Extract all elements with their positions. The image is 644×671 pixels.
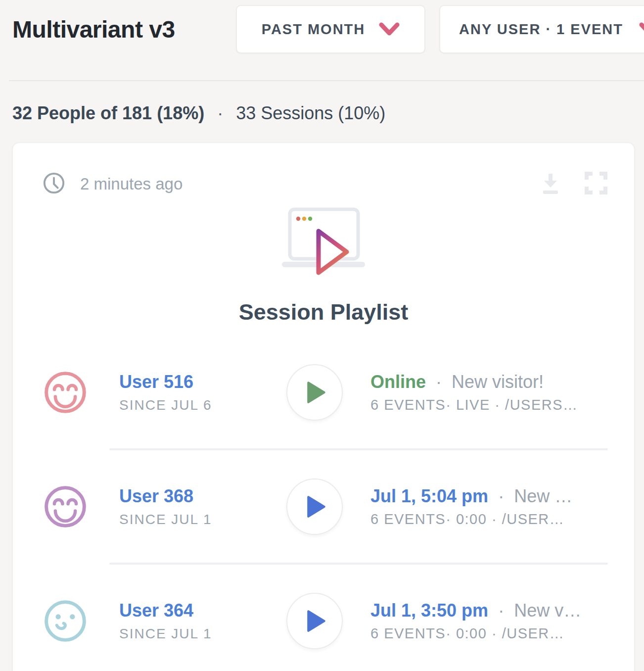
session-headline: Jul 1, 5:04 pm · New …: [370, 486, 614, 507]
card-title: Session Playlist: [13, 299, 634, 325]
header-divider: [9, 80, 644, 81]
user-link[interactable]: User 516: [119, 372, 258, 392]
smiley-dot-eyes-smirk-icon: [43, 598, 88, 644]
download-icon[interactable]: [538, 171, 563, 195]
play-session-button[interactable]: [286, 479, 343, 535]
session-rows: User 516 SINCE JUL 6 Online · New visito…: [13, 336, 634, 671]
smiley-closed-eyes-icon: [43, 370, 88, 415]
window-dot-red: [296, 217, 300, 221]
user-since: SINCE JUL 1: [119, 626, 258, 642]
session-info: Online · New visitor! 6 EVENTS· LIVE · /…: [370, 372, 614, 413]
session-row: User 364 SINCE JUL 1 Jul 1, 3:50 pm · Ne…: [13, 565, 634, 671]
last-updated-label: 2 minutes ago: [80, 175, 183, 193]
session-timestamp: Jul 1, 5:04 pm: [370, 486, 488, 506]
session-info: Jul 1, 5:04 pm · New … 6 EVENTS· 0:00 · …: [370, 486, 614, 527]
people-stat: 32 People of 181 (18%): [12, 103, 204, 123]
session-row: User 368 SINCE JUL 1 Jul 1, 5:04 pm · Ne…: [13, 450, 634, 563]
play-session-button[interactable]: [286, 593, 343, 649]
stat-separator: ·: [217, 103, 223, 123]
session-note: New visitor!: [452, 372, 544, 392]
user-since: SINCE JUL 6: [119, 397, 258, 413]
session-playlist-card: 2 minutes ago Session Playlis: [12, 143, 635, 671]
sessions-stat: 33 Sessions (10%): [236, 103, 385, 123]
user-link[interactable]: User 368: [119, 486, 258, 507]
user-event-filter-label: ANY USER · 1 EVENT: [459, 21, 623, 38]
top-bar: Multivariant v3 PAST MONTH ANY USER · 1 …: [0, 0, 644, 81]
play-icon: [306, 609, 327, 633]
headline-separator: ·: [498, 486, 504, 506]
session-details: 6 EVENTS· 0:00 · /USER…: [370, 511, 614, 527]
user-info: User 516 SINCE JUL 6: [119, 372, 258, 413]
date-filter-button[interactable]: PAST MONTH: [236, 5, 425, 53]
window-dot-green: [308, 217, 312, 221]
card-actions: [538, 171, 608, 195]
date-filter-label: PAST MONTH: [262, 21, 366, 38]
smiley-closed-eyes-icon: [43, 484, 88, 529]
headline-separator: ·: [436, 372, 442, 392]
user-since: SINCE JUL 1: [119, 512, 258, 527]
session-player-illustration: [271, 206, 376, 288]
chevron-down-icon: [379, 22, 400, 37]
chevron-down-icon: [639, 22, 644, 37]
window-dot-yellow: [302, 217, 306, 221]
session-details: 6 EVENTS· 0:00 · /USER…: [370, 625, 614, 642]
headline-separator: ·: [498, 600, 504, 621]
user-link[interactable]: User 364: [119, 600, 258, 621]
play-session-button[interactable]: [286, 364, 343, 421]
session-timestamp: Jul 1, 3:50 pm: [370, 600, 488, 621]
session-headline: Jul 1, 3:50 pm · New v…: [370, 600, 614, 621]
last-updated: 2 minutes ago: [43, 172, 183, 196]
session-details: 6 EVENTS· LIVE · /USERS…: [370, 397, 614, 413]
user-event-filter-button[interactable]: ANY USER · 1 EVENT: [439, 5, 644, 53]
user-info: User 364 SINCE JUL 1: [119, 600, 258, 642]
clock-icon: [43, 172, 65, 196]
session-note: New …: [514, 486, 572, 506]
session-note: New v…: [514, 600, 581, 621]
summary-stats: 32 People of 181 (18%) · 33 Sessions (10…: [12, 103, 385, 124]
session-status: Online: [370, 372, 426, 392]
session-row: User 516 SINCE JUL 6 Online · New visito…: [13, 336, 634, 448]
session-info: Jul 1, 3:50 pm · New v… 6 EVENTS· 0:00 ·…: [370, 600, 614, 642]
play-icon: [306, 380, 327, 405]
play-icon: [306, 494, 327, 519]
fullscreen-icon[interactable]: [584, 171, 608, 195]
session-headline: Online · New visitor!: [370, 372, 614, 392]
user-info: User 368 SINCE JUL 1: [119, 486, 258, 527]
page-title: Multivariant v3: [12, 16, 175, 43]
